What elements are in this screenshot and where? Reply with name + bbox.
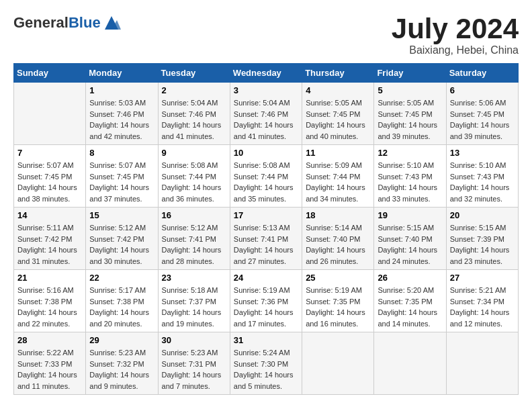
- calendar-cell: 29Sunrise: 5:23 AMSunset: 7:32 PMDayligh…: [86, 332, 158, 395]
- calendar-cell: 13Sunrise: 5:10 AMSunset: 7:43 PMDayligh…: [446, 145, 518, 208]
- day-info: Sunrise: 5:15 AMSunset: 7:40 PMDaylight:…: [378, 222, 442, 267]
- page-header: GeneralBlue July 2024 Baixiang, Hebei, C…: [13, 13, 519, 56]
- day-info: Sunrise: 5:16 AMSunset: 7:38 PMDaylight:…: [17, 285, 82, 329]
- calendar-cell: 31Sunrise: 5:24 AMSunset: 7:30 PMDayligh…: [230, 332, 302, 395]
- day-info: Sunrise: 5:24 AMSunset: 7:30 PMDaylight:…: [234, 347, 298, 392]
- day-info: Sunrise: 5:19 AMSunset: 7:36 PMDaylight:…: [234, 285, 298, 329]
- day-info: Sunrise: 5:09 AMSunset: 7:44 PMDaylight:…: [306, 160, 370, 204]
- day-info: Sunrise: 5:07 AMSunset: 7:45 PMDaylight:…: [89, 160, 154, 204]
- calendar-cell: 28Sunrise: 5:22 AMSunset: 7:33 PMDayligh…: [14, 332, 86, 395]
- day-number: 16: [162, 210, 226, 220]
- day-info: Sunrise: 5:19 AMSunset: 7:35 PMDaylight:…: [306, 285, 370, 329]
- day-number: 24: [234, 273, 298, 283]
- calendar-cell: 26Sunrise: 5:20 AMSunset: 7:35 PMDayligh…: [374, 270, 446, 332]
- subtitle: Baixiang, Hebei, China: [392, 44, 519, 56]
- day-number: 10: [234, 148, 298, 158]
- calendar-cell: [374, 332, 446, 395]
- day-number: 9: [162, 148, 226, 158]
- day-number: 15: [89, 210, 154, 220]
- calendar-header-day: Tuesday: [158, 64, 230, 83]
- calendar-cell: 16Sunrise: 5:12 AMSunset: 7:41 PMDayligh…: [158, 208, 230, 270]
- calendar-cell: 25Sunrise: 5:19 AMSunset: 7:35 PMDayligh…: [302, 270, 374, 332]
- calendar-week-row: 1Sunrise: 5:03 AMSunset: 7:46 PMDaylight…: [14, 83, 519, 145]
- logo-icon: [102, 13, 121, 32]
- day-number: 28: [17, 335, 82, 345]
- calendar-cell: 27Sunrise: 5:21 AMSunset: 7:34 PMDayligh…: [446, 270, 518, 332]
- day-info: Sunrise: 5:03 AMSunset: 7:46 PMDaylight:…: [89, 97, 154, 142]
- day-number: 5: [378, 85, 442, 95]
- day-info: Sunrise: 5:18 AMSunset: 7:37 PMDaylight:…: [162, 285, 226, 329]
- calendar-cell: 2Sunrise: 5:04 AMSunset: 7:46 PMDaylight…: [158, 83, 230, 145]
- calendar-cell: 12Sunrise: 5:10 AMSunset: 7:43 PMDayligh…: [374, 145, 446, 208]
- day-number: 8: [89, 148, 154, 158]
- day-info: Sunrise: 5:10 AMSunset: 7:43 PMDaylight:…: [450, 160, 515, 204]
- calendar-cell: [302, 332, 374, 395]
- day-number: 31: [234, 335, 298, 345]
- calendar-week-row: 28Sunrise: 5:22 AMSunset: 7:33 PMDayligh…: [14, 332, 519, 395]
- calendar-header-day: Friday: [374, 64, 446, 83]
- calendar-cell: 7Sunrise: 5:07 AMSunset: 7:45 PMDaylight…: [14, 145, 86, 208]
- day-number: 7: [17, 148, 82, 158]
- day-info: Sunrise: 5:12 AMSunset: 7:42 PMDaylight:…: [89, 222, 154, 267]
- calendar-header-day: Monday: [86, 64, 158, 83]
- day-number: 22: [89, 273, 154, 283]
- calendar-cell: 8Sunrise: 5:07 AMSunset: 7:45 PMDaylight…: [86, 145, 158, 208]
- calendar-week-row: 21Sunrise: 5:16 AMSunset: 7:38 PMDayligh…: [14, 270, 519, 332]
- day-number: 1: [89, 85, 154, 95]
- calendar-cell: 22Sunrise: 5:17 AMSunset: 7:38 PMDayligh…: [86, 270, 158, 332]
- day-number: 6: [450, 85, 515, 95]
- logo-blue-text: Blue: [69, 14, 101, 31]
- day-info: Sunrise: 5:17 AMSunset: 7:38 PMDaylight:…: [89, 285, 154, 329]
- main-title: July 2024: [392, 13, 519, 44]
- calendar-cell: 1Sunrise: 5:03 AMSunset: 7:46 PMDaylight…: [86, 83, 158, 145]
- calendar-cell: 11Sunrise: 5:09 AMSunset: 7:44 PMDayligh…: [302, 145, 374, 208]
- day-number: 19: [378, 210, 442, 220]
- day-info: Sunrise: 5:08 AMSunset: 7:44 PMDaylight:…: [234, 160, 298, 204]
- day-info: Sunrise: 5:08 AMSunset: 7:44 PMDaylight:…: [162, 160, 226, 204]
- calendar-header-row: SundayMondayTuesdayWednesdayThursdayFrid…: [14, 64, 519, 83]
- calendar-cell: 6Sunrise: 5:06 AMSunset: 7:45 PMDaylight…: [446, 83, 518, 145]
- day-number: 26: [378, 273, 442, 283]
- day-number: 25: [306, 273, 370, 283]
- day-number: 11: [306, 148, 370, 158]
- day-info: Sunrise: 5:06 AMSunset: 7:45 PMDaylight:…: [450, 97, 515, 142]
- day-number: 3: [234, 85, 298, 95]
- day-info: Sunrise: 5:15 AMSunset: 7:39 PMDaylight:…: [450, 222, 515, 267]
- calendar-header-day: Saturday: [446, 64, 518, 83]
- day-info: Sunrise: 5:10 AMSunset: 7:43 PMDaylight:…: [378, 160, 442, 204]
- calendar-table: SundayMondayTuesdayWednesdayThursdayFrid…: [13, 63, 519, 395]
- day-info: Sunrise: 5:07 AMSunset: 7:45 PMDaylight:…: [17, 160, 82, 204]
- calendar-cell: 9Sunrise: 5:08 AMSunset: 7:44 PMDaylight…: [158, 145, 230, 208]
- day-number: 4: [306, 85, 370, 95]
- day-number: 18: [306, 210, 370, 220]
- calendar-cell: 20Sunrise: 5:15 AMSunset: 7:39 PMDayligh…: [446, 208, 518, 270]
- calendar-cell: 17Sunrise: 5:13 AMSunset: 7:41 PMDayligh…: [230, 208, 302, 270]
- calendar-cell: 4Sunrise: 5:05 AMSunset: 7:45 PMDaylight…: [302, 83, 374, 145]
- calendar-header-day: Sunday: [14, 64, 86, 83]
- calendar-header-day: Wednesday: [230, 64, 302, 83]
- day-number: 2: [162, 85, 226, 95]
- day-number: 17: [234, 210, 298, 220]
- calendar-cell: 23Sunrise: 5:18 AMSunset: 7:37 PMDayligh…: [158, 270, 230, 332]
- day-number: 30: [162, 335, 226, 345]
- calendar-cell: 3Sunrise: 5:04 AMSunset: 7:46 PMDaylight…: [230, 83, 302, 145]
- day-info: Sunrise: 5:23 AMSunset: 7:31 PMDaylight:…: [162, 347, 226, 392]
- calendar-cell: 30Sunrise: 5:23 AMSunset: 7:31 PMDayligh…: [158, 332, 230, 395]
- day-number: 13: [450, 148, 515, 158]
- logo-general-text: General: [13, 14, 69, 31]
- day-number: 20: [450, 210, 515, 220]
- day-info: Sunrise: 5:11 AMSunset: 7:42 PMDaylight:…: [17, 222, 82, 267]
- logo: GeneralBlue: [13, 13, 121, 32]
- day-info: Sunrise: 5:13 AMSunset: 7:41 PMDaylight:…: [234, 222, 298, 267]
- calendar-header-day: Thursday: [302, 64, 374, 83]
- calendar-cell: 5Sunrise: 5:05 AMSunset: 7:45 PMDaylight…: [374, 83, 446, 145]
- title-block: July 2024 Baixiang, Hebei, China: [392, 13, 519, 56]
- calendar-cell: [14, 83, 86, 145]
- calendar-cell: 21Sunrise: 5:16 AMSunset: 7:38 PMDayligh…: [14, 270, 86, 332]
- calendar-cell: 24Sunrise: 5:19 AMSunset: 7:36 PMDayligh…: [230, 270, 302, 332]
- day-info: Sunrise: 5:04 AMSunset: 7:46 PMDaylight:…: [234, 97, 298, 142]
- day-number: 14: [17, 210, 82, 220]
- day-info: Sunrise: 5:22 AMSunset: 7:33 PMDaylight:…: [17, 347, 82, 392]
- day-number: 27: [450, 273, 515, 283]
- day-number: 12: [378, 148, 442, 158]
